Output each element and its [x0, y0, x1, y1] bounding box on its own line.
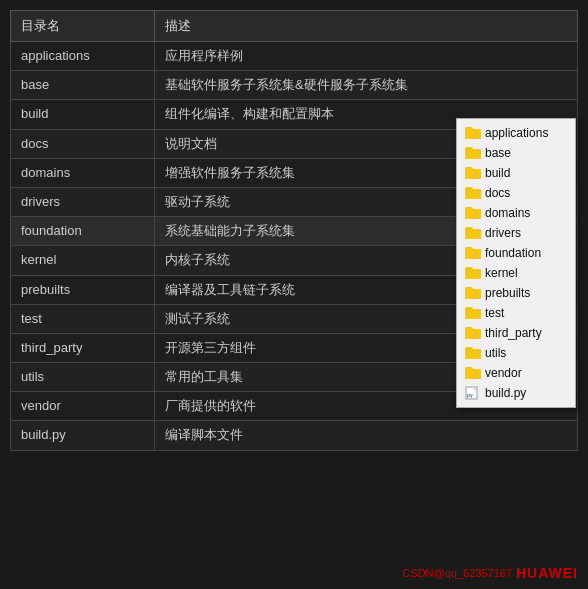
folder-item-label: applications: [485, 124, 548, 142]
folder-item-label: docs: [485, 184, 510, 202]
folder-item: third_party: [463, 323, 569, 343]
folder-item-label: domains: [485, 204, 530, 222]
dir-name: drivers: [11, 187, 155, 216]
folder-item: py build.py: [463, 383, 569, 403]
folder-icon: [465, 367, 481, 379]
dir-name: docs: [11, 129, 155, 158]
csdn-label: CSDN@qq_62357167: [402, 567, 512, 579]
dir-name: foundation: [11, 217, 155, 246]
folder-item: domains: [463, 203, 569, 223]
folder-icon: [465, 227, 481, 239]
folder-item: applications: [463, 123, 569, 143]
folder-item-label: build.py: [485, 384, 526, 402]
dir-name: domains: [11, 158, 155, 187]
main-container: 目录名 描述 applications应用程序样例base基础软件服务子系统集&…: [0, 0, 588, 589]
folder-item: drivers: [463, 223, 569, 243]
folder-icon: [465, 287, 481, 299]
dir-name: test: [11, 304, 155, 333]
dir-name: applications: [11, 42, 155, 71]
col-header-desc: 描述: [154, 11, 577, 42]
folder-item-label: foundation: [485, 244, 541, 262]
table-header-row: 目录名 描述: [11, 11, 578, 42]
folder-item-label: utils: [485, 344, 506, 362]
folder-item: prebuilts: [463, 283, 569, 303]
folder-icon: [465, 167, 481, 179]
dir-name: kernel: [11, 246, 155, 275]
folder-item-label: test: [485, 304, 504, 322]
folder-item: kernel: [463, 263, 569, 283]
dir-desc: 应用程序样例: [154, 42, 577, 71]
folder-icon: [465, 347, 481, 359]
folder-item: foundation: [463, 243, 569, 263]
dir-name: utils: [11, 363, 155, 392]
folder-item: docs: [463, 183, 569, 203]
dir-name: prebuilts: [11, 275, 155, 304]
folder-overlay: applicationsbasebuilddocsdomainsdriversf…: [456, 118, 576, 408]
folder-icon: [465, 207, 481, 219]
folder-icon: [465, 247, 481, 259]
folder-item-label: kernel: [485, 264, 518, 282]
watermark: CSDN@qq_62357167 HUAWEI: [402, 565, 578, 581]
folder-icon: [465, 267, 481, 279]
dir-desc: 编译脚本文件: [154, 421, 577, 450]
folder-item: vendor: [463, 363, 569, 383]
folder-item-label: build: [485, 164, 510, 182]
table-row: build.py编译脚本文件: [11, 421, 578, 450]
dir-name: build: [11, 100, 155, 129]
table-row: base基础软件服务子系统集&硬件服务子系统集: [11, 71, 578, 100]
folder-item: build: [463, 163, 569, 183]
folder-icon: [465, 187, 481, 199]
folder-item-label: drivers: [485, 224, 521, 242]
dir-name: third_party: [11, 333, 155, 362]
folder-item-label: vendor: [485, 364, 522, 382]
folder-item-label: prebuilts: [485, 284, 530, 302]
svg-text:py: py: [467, 392, 473, 398]
file-icon: py: [465, 386, 481, 400]
folder-icon: [465, 147, 481, 159]
dir-name: vendor: [11, 392, 155, 421]
col-header-dirname: 目录名: [11, 11, 155, 42]
folder-item: base: [463, 143, 569, 163]
dir-name: build.py: [11, 421, 155, 450]
folder-icon: [465, 127, 481, 139]
folder-icon: [465, 327, 481, 339]
dir-desc: 基础软件服务子系统集&硬件服务子系统集: [154, 71, 577, 100]
huawei-brand: HUAWEI: [516, 565, 578, 581]
folder-item-label: third_party: [485, 324, 542, 342]
folder-item: utils: [463, 343, 569, 363]
folder-item-label: base: [485, 144, 511, 162]
table-row: applications应用程序样例: [11, 42, 578, 71]
dir-name: base: [11, 71, 155, 100]
folder-icon: [465, 307, 481, 319]
folder-item: test: [463, 303, 569, 323]
